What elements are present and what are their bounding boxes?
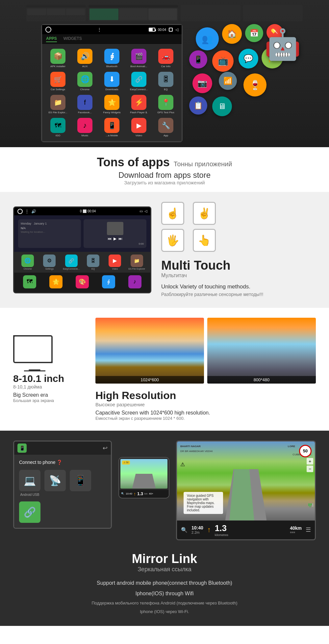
nav-dist2: 1.3 — [215, 523, 228, 533]
nav-icon[interactable]: 🗺 — [17, 275, 42, 288]
nav-time: 10:40 — [191, 525, 203, 530]
nav-icon[interactable]: 🎨 — [70, 275, 95, 288]
apps-phone-frame: ⋮ 00:04 ◁ APPS WIDGETS — [41, 24, 183, 142]
apps-subheading-ru: Загрузить из магазина приложений — [13, 180, 316, 185]
app-item[interactable]: 🗺 iGO — [45, 116, 71, 139]
speed-sign: 50 — [299, 445, 312, 457]
mirror-title-ru: Зеркальная ссылка — [13, 566, 316, 573]
app-item[interactable]: 🔧 App — [153, 116, 179, 139]
gesture-icon-3: 🖐 — [161, 229, 184, 252]
apps-heading-ru: Тонны приложений — [174, 160, 232, 168]
nav-icon[interactable]: 🌟 — [44, 275, 68, 288]
app-item[interactable]: ▶ Video — [126, 116, 152, 139]
nav-km: 40km — [290, 525, 302, 531]
mt-app[interactable]: 🔗 EasyConnecte... — [61, 255, 82, 270]
connect-option-2[interactable]: 📡 — [44, 470, 66, 496]
mirror-nav-large: BHARTI NAGAR DR BR AMBEDKAR VEDHI LORE C… — [176, 441, 316, 540]
app-item[interactable]: 🎛 EQ — [153, 70, 179, 93]
nav-icon[interactable]: ♪ — [122, 275, 147, 288]
mt-desc-ru: Разблокируйте различные сенсорные методы… — [161, 291, 316, 298]
mirror-desc-1: Support android mobile phone(connect thr… — [13, 578, 316, 588]
apps-text-section: Tons of apps Тонны приложений Download f… — [0, 147, 329, 192]
mirror-icon[interactable]: 🔗 — [19, 501, 40, 523]
res-image-2: 800*480 — [207, 318, 316, 384]
widgets-tab[interactable]: WIDGETS — [63, 36, 82, 42]
app-item[interactable]: ⭐ Fancy Widgets — [99, 93, 125, 116]
nav-icon[interactable]: ⨖ — [96, 275, 121, 288]
nav-bottom-bar: 🔍 10:40 2.2m ↑ 1.3 kilometres 40km ≡≡≡ ☰ — [177, 521, 315, 539]
app-item[interactable]: f Facebook... — [72, 93, 98, 116]
mirror-desc-ru-1: Поддержка мобильного телефона Android (п… — [13, 599, 316, 607]
app-item[interactable]: 🎬 Boot Animati... — [126, 47, 152, 69]
apps-heading: Tons of apps — [97, 155, 170, 169]
section-mirror: 📱 ↩ Connect to phone ❓ 💻 Android USB 📡 📱 — [0, 431, 329, 626]
app-item[interactable]: 🛒 Car Settings — [45, 70, 71, 93]
nav-unit: kilometres — [215, 533, 228, 537]
section-apps: ⋮ 00:04 ◁ APPS WIDGETS — [0, 0, 329, 192]
mirror-desc-2: Iphone(IOS) through Wifi — [13, 588, 316, 599]
nav-menu-icon[interactable]: ☰ — [306, 526, 311, 533]
nav-arrow-icon: ↑ — [207, 525, 211, 534]
mt-app[interactable]: ⚙ Settings — [39, 255, 60, 270]
connect-title: Connect to phone ❓ — [19, 460, 106, 465]
app-item-chrome[interactable]: 🌐 Chrome — [72, 70, 98, 93]
mirror-tablet: 📱 ↩ Connect to phone ❓ 💻 Android USB 📡 📱 — [13, 441, 112, 529]
res-image-1: 1024*600 — [95, 318, 204, 384]
mt-app[interactable]: ▶ Video — [105, 255, 125, 270]
mt-title: Multi Touch — [161, 258, 316, 273]
gesture-icon-4: 👆 — [193, 229, 216, 252]
connect-option-1[interactable]: 💻 Android USB — [19, 470, 40, 496]
app-item[interactable]: 📁 ES File Explor... — [45, 93, 71, 116]
gesture-icon-1: ☝ — [161, 202, 184, 225]
floating-icons-decoration: 👥 🏠 📅 💊 📱 📺 💬 🎓 📷 📶 🍷 📋 🖥 🤖 — [189, 24, 288, 123]
multitouch-phone: ⋮ 🔊 0 ⬜ 00:04 ▭ ◁ Monday January 1 N/A W… — [13, 206, 151, 293]
mt-app[interactable]: 🎛 EQ — [83, 255, 103, 270]
gesture-icon-2: ✌ — [193, 202, 216, 225]
mirror-desc-ru-2: Iphone (IOS) через Wi-Fi. — [13, 607, 316, 616]
app-item-flash[interactable]: ⚡ Flash Player $. — [126, 93, 152, 116]
app-item[interactable]: 📍 GPS Test Plus — [153, 93, 179, 116]
android-robot: 🤖 — [264, 27, 301, 62]
app-item-bluetooth[interactable]: ⨖ Bluetooth — [99, 47, 125, 69]
mirror-title: Mirror Link — [13, 552, 316, 566]
resolution-left: 8-10.1 inch 8-10,1 дюйма Big Screen era … — [13, 335, 82, 403]
res-title: High Resolution — [95, 389, 316, 402]
app-item[interactable]: 📱 ...a Mobile — [99, 116, 125, 139]
mt-app[interactable]: 🌐 Chrome — [17, 255, 38, 270]
mt-app[interactable]: 📁 ES File Explorer — [127, 255, 147, 270]
size-desc: Big Screen era — [13, 392, 82, 398]
mt-desc: Unlock Variety of touching methods. — [161, 282, 316, 291]
app-item-downloads[interactable]: ⬇ Downloads — [99, 70, 125, 93]
phone-mini: ⚠ 50 🔍 10:40 ↑ 1.3 km 40+ — [118, 457, 169, 498]
section-resolution: 8-10.1 inch 8-10,1 дюйма Big Screen era … — [0, 308, 329, 431]
res-desc-ru: Емкостный экран с разрешением 1024 * 600… — [95, 416, 316, 421]
app-item[interactable]: 📦 APK installer — [45, 47, 71, 69]
app-item[interactable]: ♪ Music — [72, 116, 98, 139]
size-desc-ru: Большая эра экрана — [13, 398, 82, 403]
size-label: 8-10.1 inch — [13, 373, 82, 384]
apps-tab[interactable]: APPS — [46, 36, 57, 42]
multitouch-text: ☝ ✌ 🖐 👆 Multi Touch Мультитач Unlock Var… — [161, 202, 316, 298]
app-item-carinfo[interactable]: 🚗 Car Info — [153, 47, 179, 69]
resolution-right: 1024*600 800*480 High Resolution Высокое… — [95, 318, 316, 421]
mirror-text-section: Mirror Link Зеркальная ссылка Support an… — [13, 549, 316, 616]
app-item[interactable]: 🔗 EasyConnect... — [126, 70, 152, 93]
mt-title-ru: Мультитач — [161, 273, 316, 279]
res-title-ru: Высокое разрешение — [95, 402, 316, 407]
connect-option-3[interactable]: 📱 — [70, 470, 91, 496]
apps-subheading: Download from apps store — [13, 171, 316, 180]
nav-dist1: 2.2m — [191, 530, 203, 534]
section-multitouch: ⋮ 🔊 0 ⬜ 00:04 ▭ ◁ Monday January 1 N/A W… — [0, 192, 329, 308]
size-label-ru: 8-10,1 дюйма — [13, 384, 82, 389]
app-item[interactable]: 🔊 AUX — [72, 47, 98, 69]
res-desc: Capacitive Screen with 1024*600 high res… — [95, 410, 316, 416]
